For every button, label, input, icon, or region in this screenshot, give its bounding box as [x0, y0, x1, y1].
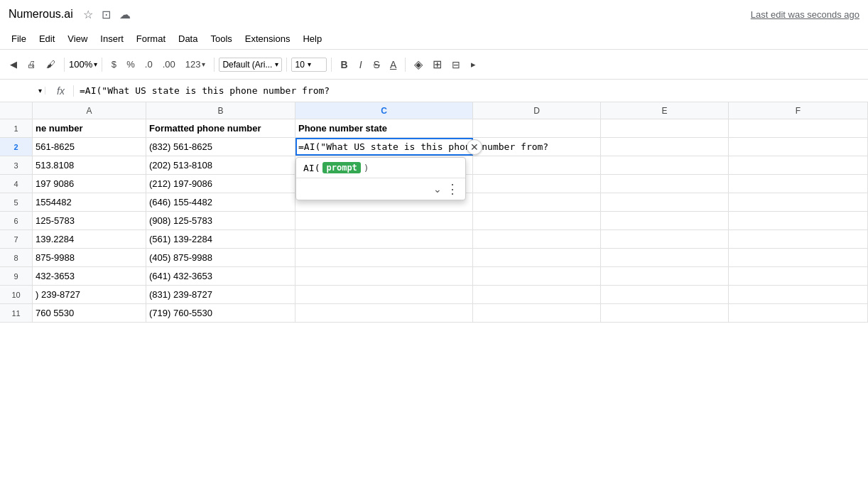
- cell-b8[interactable]: (405) 875-9988: [146, 249, 295, 266]
- cell-f8[interactable]: [729, 249, 868, 266]
- more-format-btn[interactable]: 123 ▾: [181, 56, 210, 72]
- menu-edit[interactable]: Edit: [33, 31, 60, 47]
- col-header-b[interactable]: B: [146, 102, 295, 119]
- cell-e11[interactable]: [601, 304, 729, 322]
- folder-icon[interactable]: ⊡: [100, 6, 112, 23]
- cell-reference[interactable]: ▾: [3, 87, 45, 94]
- cell-d8[interactable]: [473, 249, 601, 266]
- zoom-dropdown-icon[interactable]: ▾: [94, 60, 97, 68]
- cell-c10[interactable]: [295, 286, 473, 303]
- col-header-d[interactable]: D: [473, 102, 601, 119]
- cell-d5[interactable]: [473, 193, 601, 211]
- cell-a11[interactable]: 760 5530: [33, 304, 146, 322]
- cell-c1[interactable]: Phone number state: [295, 119, 473, 137]
- cell-d1[interactable]: [473, 119, 601, 137]
- cell-a10[interactable]: ) 239-8727: [33, 286, 146, 303]
- star-icon[interactable]: ☆: [82, 6, 94, 23]
- cell-a4[interactable]: 197 9086: [33, 175, 146, 193]
- col-header-e[interactable]: E: [601, 102, 729, 119]
- cell-d9[interactable]: [473, 267, 601, 285]
- cell-f4[interactable]: [729, 175, 868, 193]
- cell-a3[interactable]: 513.8108: [33, 156, 146, 174]
- cell-c8[interactable]: [295, 249, 473, 266]
- row-num-5[interactable]: 5: [0, 193, 33, 211]
- more-toolbar-btn[interactable]: ▸: [466, 56, 480, 72]
- cell-e5[interactable]: [601, 193, 729, 211]
- font-size-selector[interactable]: 10 ▾: [291, 58, 327, 72]
- cell-e2[interactable]: [601, 138, 729, 156]
- cell-c7[interactable]: [295, 230, 473, 248]
- cell-e8[interactable]: [601, 249, 729, 266]
- cell-d11[interactable]: [473, 304, 601, 322]
- cell-e7[interactable]: [601, 230, 729, 248]
- strikethrough-btn[interactable]: S: [369, 56, 384, 73]
- cell-f11[interactable]: [729, 304, 868, 322]
- menu-format[interactable]: Format: [131, 31, 171, 47]
- borders-btn[interactable]: ⊞: [428, 55, 446, 74]
- cell-f5[interactable]: [729, 193, 868, 211]
- underline-btn[interactable]: A: [386, 56, 401, 73]
- cell-a1[interactable]: ne number: [33, 119, 146, 137]
- cell-e9[interactable]: [601, 267, 729, 285]
- cell-b2[interactable]: (832) 561-8625: [146, 138, 295, 156]
- cell-f3[interactable]: [729, 156, 868, 174]
- last-edit-label[interactable]: Last edit was seconds ago: [751, 9, 859, 20]
- cell-f2[interactable]: [729, 138, 868, 156]
- cell-e10[interactable]: [601, 286, 729, 303]
- percent-btn[interactable]: %: [122, 56, 139, 72]
- more-options-icon[interactable]: ⋮: [446, 181, 460, 197]
- cell-f1[interactable]: [729, 119, 868, 137]
- cell-d7[interactable]: [473, 230, 601, 248]
- decimal0-btn[interactable]: .0: [141, 56, 157, 72]
- menu-file[interactable]: File: [6, 31, 32, 47]
- row-num-11[interactable]: 11: [0, 304, 33, 322]
- menu-extensions[interactable]: Extensions: [239, 31, 296, 47]
- cell-f6[interactable]: [729, 212, 868, 230]
- paint-format-btn[interactable]: 🖌: [42, 56, 60, 72]
- cell-e6[interactable]: [601, 212, 729, 230]
- cell-f9[interactable]: [729, 267, 868, 285]
- cell-b7[interactable]: (561) 139-2284: [146, 230, 295, 248]
- cell-b1[interactable]: Formatted phone number: [146, 119, 295, 137]
- cell-c9[interactable]: [295, 267, 473, 285]
- chevron-down-icon[interactable]: ⌄: [433, 183, 442, 195]
- cell-a9[interactable]: 432-3653: [33, 267, 146, 285]
- row-num-2[interactable]: 2: [0, 138, 33, 156]
- cell-a6[interactable]: 125-5783: [33, 212, 146, 230]
- row-num-1[interactable]: 1: [0, 119, 33, 137]
- cell-close-button[interactable]: ✕: [467, 139, 482, 155]
- cell-a2[interactable]: 561-8625: [33, 138, 146, 156]
- cell-b10[interactable]: (831) 239-8727: [146, 286, 295, 303]
- menu-insert[interactable]: Insert: [94, 31, 129, 47]
- menu-data[interactable]: Data: [173, 31, 203, 47]
- row-num-4[interactable]: 4: [0, 175, 33, 193]
- cloud-icon[interactable]: ☁: [118, 6, 132, 23]
- merge-btn[interactable]: ⊟: [447, 56, 465, 73]
- cell-b3[interactable]: (202) 513-8108: [146, 156, 295, 174]
- cell-b6[interactable]: (908) 125-5783: [146, 212, 295, 230]
- cell-b11[interactable]: (719) 760-5530: [146, 304, 295, 322]
- prev-sheet-btn[interactable]: ◀: [6, 56, 21, 72]
- menu-view[interactable]: View: [62, 31, 93, 47]
- autocomplete-item-ai[interactable]: AI( prompt ): [296, 158, 465, 178]
- cell-c6[interactable]: [295, 212, 473, 230]
- row-num-7[interactable]: 7: [0, 230, 33, 248]
- fill-color-btn[interactable]: ◈: [410, 55, 427, 74]
- cell-f7[interactable]: [729, 230, 868, 248]
- formula-input[interactable]: =AI("What US state is this phone number …: [77, 85, 865, 96]
- cell-d10[interactable]: [473, 286, 601, 303]
- menu-tools[interactable]: Tools: [205, 31, 237, 47]
- cell-d6[interactable]: [473, 212, 601, 230]
- zoom-control[interactable]: 100% ▾: [69, 59, 97, 70]
- row-num-8[interactable]: 8: [0, 249, 33, 266]
- decimal00-btn[interactable]: .00: [158, 56, 180, 72]
- cell-b9[interactable]: (641) 432-3653: [146, 267, 295, 285]
- cell-ref-dropdown[interactable]: ▾: [38, 87, 42, 94]
- font-selector[interactable]: Default (Ari... ▾: [219, 58, 282, 72]
- italic-btn[interactable]: I: [354, 56, 368, 73]
- col-header-f[interactable]: F: [729, 102, 868, 119]
- cell-a8[interactable]: 875-9988: [33, 249, 146, 266]
- row-num-6[interactable]: 6: [0, 212, 33, 230]
- row-num-9[interactable]: 9: [0, 267, 33, 285]
- col-header-c[interactable]: C: [295, 102, 473, 119]
